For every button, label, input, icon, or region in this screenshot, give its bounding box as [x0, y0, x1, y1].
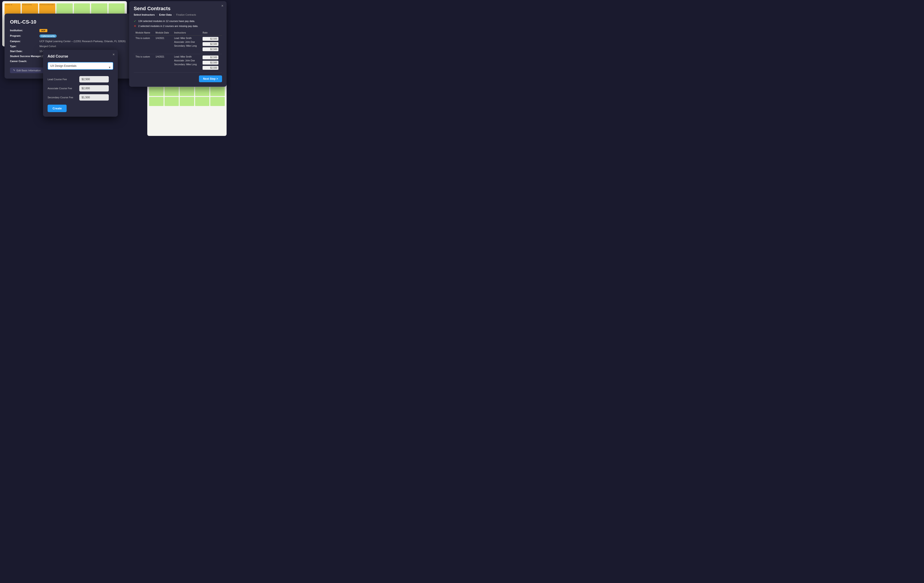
- status-error-text: 2 selected modules in 2 courses are miss…: [138, 25, 198, 27]
- module-date-cell: 1/4/2021: [153, 54, 172, 73]
- mini-sticky-note: [149, 97, 163, 106]
- module-name-cell: This is custom: [134, 36, 153, 54]
- rate-input-wrapper: [203, 47, 220, 51]
- lead-fee-label: Lead Course Fee: [48, 78, 77, 81]
- table-row: This is custom1/4/2021Lead: Mike SmithAs…: [134, 54, 222, 73]
- x-icon: ✕: [134, 24, 136, 28]
- rate-input[interactable]: [203, 37, 218, 41]
- program-row: Program: Cybersecurity: [10, 35, 126, 38]
- secondary-fee-input[interactable]: [79, 94, 109, 100]
- mini-sticky-note: [195, 87, 210, 96]
- edit-basic-info-button[interactable]: ✎ Edit Basic Information: [10, 68, 44, 73]
- type-value: Merged Cohort: [40, 45, 126, 48]
- mini-sticky-note: [180, 97, 194, 106]
- associate-fee-input[interactable]: [79, 85, 109, 92]
- institution-label: Institution:: [10, 29, 40, 32]
- col-module-date: Module Date: [153, 30, 172, 36]
- rate-input[interactable]: [203, 56, 218, 59]
- instructor-line: Lead: Mike Smith: [174, 37, 199, 40]
- campus-row: Campus: UCF Digital Learning Center – (1…: [10, 40, 126, 43]
- sticky-note: [56, 3, 73, 15]
- breadcrumb: Select Instructors › Enter Data › Finali…: [134, 13, 222, 16]
- start-date-label: Start Date:: [10, 50, 40, 53]
- contracts-title: Send Contracts: [134, 6, 222, 12]
- program-label: Program:: [10, 35, 40, 37]
- status-line-error: ✕ 2 selected modules in 2 courses are mi…: [134, 24, 222, 28]
- rate-input[interactable]: [203, 47, 218, 51]
- associate-fee-label: Associate Course Fee: [48, 87, 77, 90]
- coach-label: Career Coach:: [10, 60, 40, 63]
- instructor-line: Secondary: Mike Long: [174, 63, 199, 66]
- course-select[interactable]: UX Design Essentials: [48, 62, 113, 70]
- status-line-success: ✓ 134 selected modules in 12 courses hav…: [134, 19, 222, 23]
- rate-input-wrapper: [203, 37, 220, 41]
- sticky-note: Onboarding - HQ: [5, 3, 21, 15]
- col-module-name: Module Name: [134, 30, 153, 36]
- lead-fee-input[interactable]: [79, 76, 109, 82]
- edit-icon: ✎: [13, 69, 15, 72]
- next-step-button[interactable]: Next Step >: [199, 76, 222, 82]
- instructor-line: Associate: John Doe: [174, 59, 199, 62]
- mini-sticky-note: [195, 97, 210, 106]
- program-badge: Cybersecurity: [40, 35, 57, 38]
- lead-fee-row: Lead Course Fee: [48, 76, 113, 82]
- rate-cell: [201, 54, 222, 73]
- sticky-note: [109, 3, 125, 15]
- rate-cell: [201, 36, 222, 54]
- mini-sticky-note: [180, 87, 194, 96]
- check-icon: ✓: [134, 19, 136, 23]
- mini-sticky-note: [210, 97, 225, 106]
- close-contracts-button[interactable]: ×: [221, 4, 223, 8]
- close-add-course-button[interactable]: ×: [112, 53, 115, 57]
- create-button[interactable]: Create: [48, 105, 67, 112]
- instructors-cell: Lead: Mike SmithAssociate: John DoeSecon…: [172, 36, 201, 54]
- campus-label: Campus:: [10, 40, 40, 43]
- table-row: This is custom1/4/2021Lead: Mike SmithAs…: [134, 36, 222, 54]
- sticky-note: [74, 3, 90, 15]
- mini-sticky-note: [210, 87, 225, 96]
- breadcrumb-step3: Finalize Contracts: [176, 13, 196, 16]
- instructors-cell: Lead: Mike SmithAssociate: John DoeSecon…: [172, 54, 201, 73]
- sticky-note: [91, 3, 107, 15]
- sticky-note: Permit Process and Documentation: [39, 3, 55, 15]
- send-contracts-panel: × Send Contracts Select Instructors › En…: [129, 1, 226, 87]
- modal-title: Add Course: [48, 54, 113, 58]
- mini-sticky-note: [149, 87, 163, 96]
- course-id: ORL-CS-10: [10, 19, 126, 25]
- module-name-cell: This is custom: [134, 54, 153, 73]
- institution-row: Institution: UCF: [10, 29, 126, 32]
- instructor-line: Secondary: Mike Long: [174, 44, 199, 47]
- campus-value: UCF Digital Learning Center – (12351 Res…: [40, 40, 126, 43]
- secondary-fee-label: Secondary Course Fee: [48, 96, 77, 99]
- sticky-note: Recruitment and Hiring: [22, 3, 38, 15]
- secondary-fee-row: Secondary Course Fee: [48, 94, 113, 100]
- rate-input-wrapper: [203, 56, 220, 59]
- mini-sticky-note: [165, 97, 179, 106]
- instructor-line: Associate: John Doe: [174, 41, 199, 43]
- type-row: Type: Merged Cohort: [10, 45, 126, 48]
- rate-input[interactable]: [203, 42, 218, 46]
- breadcrumb-sep2: ›: [173, 13, 175, 16]
- module-date-cell: 1/4/2021: [153, 36, 172, 54]
- rate-input-wrapper: [203, 61, 220, 64]
- type-label: Type:: [10, 45, 40, 48]
- mini-sticky-note: [165, 87, 179, 96]
- breadcrumb-step2: Enter Data: [159, 13, 172, 16]
- col-rate: Rate: [201, 30, 222, 36]
- rate-input-wrapper: [203, 66, 220, 70]
- contracts-table: Module Name Module Date Instructors Rate…: [134, 30, 222, 73]
- rate-input-wrapper: [203, 42, 220, 46]
- add-course-modal: × Add Course UX Design Essentials ▼ Lead…: [43, 50, 118, 117]
- col-instructors: Instructors: [172, 30, 201, 36]
- institution-badge: UCF: [40, 29, 47, 32]
- instructor-line: Lead: Mike Smith: [174, 56, 199, 58]
- ssm-label: Student Success Manager:: [10, 55, 42, 58]
- status-success-text: 134 selected modules in 12 courses have …: [138, 20, 195, 22]
- breadcrumb-step1: Select Instructors: [134, 13, 155, 16]
- rate-input[interactable]: [203, 61, 218, 64]
- breadcrumb-sep1: ›: [157, 13, 157, 16]
- associate-fee-row: Associate Course Fee: [48, 85, 113, 92]
- rate-input[interactable]: [203, 66, 218, 70]
- course-select-wrapper: UX Design Essentials ▼: [48, 62, 113, 73]
